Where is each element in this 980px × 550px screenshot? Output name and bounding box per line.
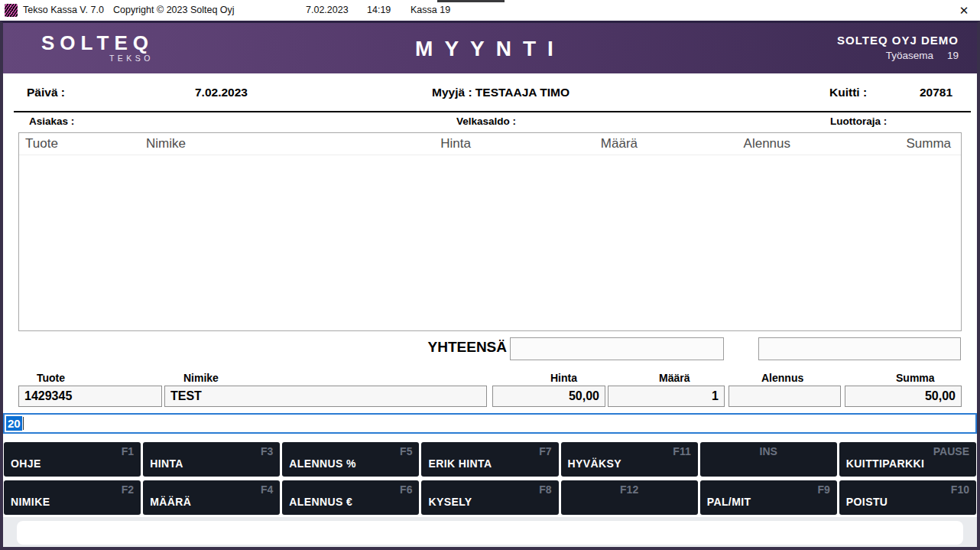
col-header-maara: Määrä <box>601 136 638 151</box>
fkey-shortcut: INS <box>700 445 837 457</box>
entry-label-tuote: Tuote <box>37 372 65 384</box>
header-right-block: SOLTEQ OYJ DEMO Työasema19 <box>837 34 959 61</box>
fkey-label: NIMIKE <box>11 496 50 508</box>
screen-artifact <box>437 0 505 2</box>
app-title: Tekso Kassa V. 7.0 <box>23 5 104 15</box>
fkey-shortcut: F6 <box>400 483 412 496</box>
col-header-nimike: Nimike <box>146 136 186 151</box>
fkey-label: PAL/MIT <box>707 496 751 508</box>
app-header: SOLTEQ TEKSO MYYNTI SOLTEQ OYJ DEMO Työa… <box>3 23 977 73</box>
receipt-label: Kuitti : <box>829 86 867 99</box>
fkey-shortcut: F12 <box>561 483 698 496</box>
fkey-shortcut: F10 <box>951 483 969 496</box>
quantity-input[interactable] <box>608 386 725 407</box>
customer-label: Asiakas : <box>29 116 74 127</box>
total-secondary-field[interactable] <box>758 337 961 360</box>
col-header-summa: Summa <box>906 136 951 151</box>
table-header-separator <box>19 155 961 155</box>
alennus-percent-button[interactable]: ALENNUS % F5 <box>282 442 419 477</box>
hinta-button[interactable]: HINTA F3 <box>143 442 280 477</box>
entry-label-hinta: Hinta <box>550 372 577 384</box>
close-icon[interactable]: ✕ <box>956 3 972 18</box>
date-label: Päivä : <box>27 86 65 99</box>
text-cursor <box>23 417 24 430</box>
workstation-label: Työasema <box>886 50 933 61</box>
debt-label: Velkasaldo : <box>456 116 516 127</box>
fkey-shortcut: F11 <box>673 445 690 457</box>
fkey-label: ALENNUS % <box>289 457 356 470</box>
erik-hinta-button[interactable]: ERIK HINTA F7 <box>421 442 558 477</box>
date-value: 7.02.2023 <box>195 86 248 99</box>
entry-label-maara: Määrä <box>659 372 690 384</box>
divider-line <box>14 111 971 112</box>
maara-button[interactable]: MÄÄRÄ F4 <box>143 480 280 515</box>
hyvaksy-button[interactable]: HYVÄKSY F11 <box>561 442 698 477</box>
credit-label: Luottoraja : <box>830 116 887 127</box>
fkey-label: HINTA <box>150 457 183 470</box>
product-name-input[interactable] <box>164 386 487 407</box>
pos-window: Tekso Kassa V. 7.0 Copyright © 2023 Solt… <box>0 0 980 550</box>
fkey-label: MÄÄRÄ <box>150 496 191 508</box>
status-bar <box>17 521 963 545</box>
ohje-button[interactable]: OHJE F1 <box>4 442 141 477</box>
fkey-shortcut: F2 <box>122 483 134 496</box>
col-header-alennus: Alennus <box>744 136 790 151</box>
poistu-button[interactable]: POISTU F10 <box>839 480 976 515</box>
price-input[interactable] <box>492 386 605 407</box>
workstation-info: Työasema19 <box>837 50 959 61</box>
line-sum-input[interactable] <box>845 386 962 407</box>
entry-label-summa: Summa <box>896 372 935 384</box>
fkey-label: KUITTIPARKKI <box>846 457 925 470</box>
fkey-shortcut: F3 <box>261 445 273 457</box>
pal-mit-button[interactable]: PAL/MIT F9 <box>700 480 837 515</box>
col-header-hinta: Hinta <box>440 136 471 151</box>
titlebar: Tekso Kassa V. 7.0 Copyright © 2023 Solt… <box>0 0 980 21</box>
titlebar-date: 7.02.2023 <box>306 5 349 15</box>
sale-lines-table: Tuote Nimike Hinta Määrä Alennus Summa <box>18 132 962 331</box>
fkey-label: OHJE <box>11 457 41 470</box>
total-label: YHTEENSÄ <box>428 339 507 356</box>
product-code-input[interactable] <box>18 386 162 407</box>
fkey-shortcut: F8 <box>539 483 551 496</box>
fkey-shortcut: F5 <box>400 445 412 457</box>
kysely-button[interactable]: KYSELY F8 <box>421 480 558 515</box>
fkey-label: ALENNUS € <box>289 496 352 508</box>
entry-label-alennus: Alennus <box>761 372 803 384</box>
entry-label-nimike: Nimike <box>183 372 219 384</box>
fkey-shortcut: PAUSE <box>933 445 969 457</box>
function-key-grid: OHJE F1 HINTA F3 ALENNUS % F5 ERIK HINTA… <box>4 442 976 515</box>
bottom-strip <box>3 517 977 547</box>
f12-button[interactable]: F12 <box>561 480 698 515</box>
fkey-label: HYVÄKSY <box>568 457 621 470</box>
fkey-shortcut: F9 <box>818 483 830 496</box>
titlebar-time: 14:19 <box>367 5 391 15</box>
register-label: Kassa 19 <box>410 5 450 15</box>
seller-info: Myyjä : TESTAAJA TIMO <box>432 86 570 99</box>
kuittiparkki-button[interactable]: KUITTIPARKKI PAUSE <box>839 442 976 477</box>
solteq-app-icon <box>5 4 18 17</box>
workstation-number: 19 <box>947 50 959 61</box>
alennus-euro-button[interactable]: ALENNUS € F6 <box>282 480 419 515</box>
ins-button[interactable]: INS <box>700 442 837 477</box>
fkey-shortcut: F7 <box>539 445 551 457</box>
receipt-number: 20781 <box>920 86 952 99</box>
fkey-shortcut: F4 <box>261 483 273 496</box>
nimike-button[interactable]: NIMIKE F2 <box>4 480 141 515</box>
fkey-label: KYSELY <box>428 496 472 508</box>
col-header-tuote: Tuote <box>25 136 58 151</box>
fkey-label: POISTU <box>846 496 888 508</box>
discount-input[interactable] <box>729 386 841 407</box>
fkey-shortcut: F1 <box>122 445 134 457</box>
page-title: MYYNTI <box>3 37 977 61</box>
fkey-label: ERIK HINTA <box>428 457 492 470</box>
company-name: SOLTEQ OYJ DEMO <box>837 34 959 47</box>
command-input[interactable]: 20 <box>3 413 977 434</box>
command-selected-text: 20 <box>6 416 22 431</box>
copyright-text: Copyright © 2023 Solteq Oyj <box>113 5 235 15</box>
total-amount-field[interactable] <box>510 337 724 360</box>
